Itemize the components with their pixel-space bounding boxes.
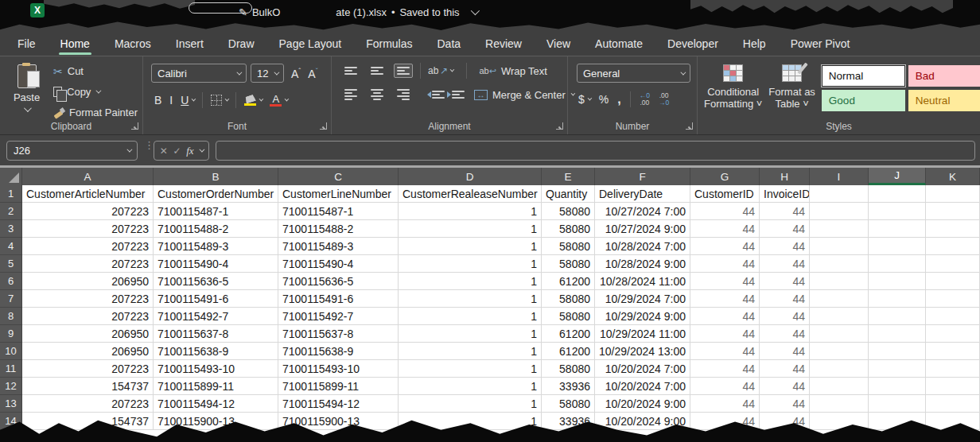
cell-D9[interactable]: 1	[399, 325, 542, 343]
wrap-text-button[interactable]: ab↩ Wrap Text	[479, 65, 547, 77]
cell-F3[interactable]: 10/27/2024 9:00	[595, 220, 690, 238]
cell-J10[interactable]	[869, 343, 926, 360]
cell-C4[interactable]: 7100115489-3	[278, 238, 399, 255]
column-header-G[interactable]: G	[690, 168, 760, 185]
tab-draw[interactable]: Draw	[227, 34, 256, 55]
number-format-select[interactable]: General	[577, 64, 690, 83]
cell-I10[interactable]	[810, 343, 869, 360]
increase-indent-button[interactable]	[447, 91, 460, 99]
cell-K8[interactable]	[926, 308, 980, 325]
cell-F4[interactable]: 10/28/2024 7:00	[595, 238, 690, 255]
tab-power-pivot[interactable]: Power Pivot	[789, 34, 852, 55]
cell-A9[interactable]: 206950	[22, 325, 154, 343]
font-dialog-launcher[interactable]	[320, 122, 327, 130]
number-dialog-launcher[interactable]	[686, 122, 693, 130]
cell-D6[interactable]: 1	[399, 273, 542, 290]
cell-style-bad[interactable]: Bad	[908, 65, 980, 87]
cell-H10[interactable]: 44	[760, 343, 810, 360]
cell-E12[interactable]: 33936	[542, 378, 595, 395]
cell-A1[interactable]: CustomerArticleNumber	[22, 185, 154, 203]
column-header-D[interactable]: D	[399, 168, 542, 185]
cell-J4[interactable]	[869, 238, 926, 255]
column-header-J[interactable]: J	[869, 168, 926, 185]
cell-D12[interactable]: 1	[399, 378, 542, 395]
cell-G2[interactable]: 44	[690, 203, 760, 220]
cell-K13[interactable]	[926, 395, 980, 413]
cell-K4[interactable]	[926, 238, 980, 255]
decrease-font-size-button[interactable]: Aˇ	[308, 67, 317, 80]
cell-C3[interactable]: 7100115488-2	[278, 220, 399, 238]
formula-input[interactable]	[216, 141, 975, 161]
cell-C10[interactable]: 7100115638-9	[278, 343, 399, 360]
cell-A3[interactable]: 207223	[22, 220, 154, 238]
font-color-button[interactable]: A	[270, 95, 287, 107]
cell-H11[interactable]: 44	[760, 360, 810, 378]
cell-D13[interactable]: 1	[399, 395, 542, 413]
cell-G10[interactable]: 44	[690, 343, 760, 360]
merge-center-button[interactable]: ↔ Merge & Center	[474, 89, 574, 101]
cell-I4[interactable]	[810, 238, 869, 255]
cell-I7[interactable]	[810, 290, 869, 308]
cell-G13[interactable]: 44	[690, 395, 760, 413]
cell-B6[interactable]: 7100115636-5	[154, 273, 278, 290]
insert-function-icon[interactable]: fx	[186, 145, 193, 157]
cell-B12[interactable]: 7100115899-11	[154, 378, 278, 395]
cell-B3[interactable]: 7100115488-2	[154, 220, 278, 238]
cell-D10[interactable]: 1	[399, 343, 542, 360]
cell-J13[interactable]	[869, 395, 926, 413]
cell-J1[interactable]	[869, 185, 926, 203]
tab-data[interactable]: Data	[436, 34, 463, 55]
cell-E10[interactable]: 61200	[542, 343, 595, 360]
tab-page-layout[interactable]: Page Layout	[278, 34, 344, 55]
cell-I5[interactable]	[810, 255, 869, 273]
cell-A7[interactable]: 207223	[22, 290, 154, 308]
cell-J9[interactable]	[869, 325, 926, 343]
cell-D5[interactable]: 1	[399, 255, 542, 273]
document-title[interactable]: ✎ BulkO ate (1).xlsx • Saved to this	[239, 5, 477, 19]
cell-F6[interactable]: 10/28/2024 11:00	[595, 273, 690, 290]
cell-H8[interactable]: 44	[760, 308, 810, 325]
cell-F7[interactable]: 10/29/2024 7:00	[595, 290, 690, 308]
formula-bar-grip[interactable]: ⋮	[144, 142, 147, 148]
cell-J3[interactable]	[869, 220, 926, 238]
cell-A2[interactable]: 207223	[22, 203, 154, 220]
italic-button[interactable]: I	[169, 94, 173, 107]
cell-E4[interactable]: 58080	[542, 238, 595, 255]
enter-icon[interactable]: ✓	[173, 145, 181, 157]
column-header-K[interactable]: K	[926, 168, 980, 185]
column-header-C[interactable]: C	[278, 168, 399, 185]
cell-C13[interactable]: 7100115494-12	[278, 395, 399, 413]
cell-J11[interactable]	[869, 360, 926, 378]
format-painter-button[interactable]: Format Painter	[53, 104, 138, 121]
cell-H13[interactable]: 44	[760, 395, 810, 413]
cell-F8[interactable]: 10/29/2024 9:00	[595, 308, 690, 325]
cell-I6[interactable]	[810, 273, 869, 290]
cell-F5[interactable]: 10/28/2024 9:00	[595, 255, 690, 273]
row-header-8[interactable]: 8	[0, 308, 22, 325]
tab-home[interactable]: Home	[59, 34, 91, 55]
fill-color-button[interactable]	[244, 95, 262, 106]
cell-D4[interactable]: 1	[399, 238, 542, 255]
font-name-select[interactable]: Calibri	[151, 64, 247, 83]
cell-F1[interactable]: DeliveryDate	[595, 185, 690, 203]
underline-button[interactable]: U	[181, 94, 194, 107]
tab-macros[interactable]: Macros	[113, 34, 153, 55]
excel-app-icon[interactable]: X	[30, 3, 45, 17]
cell-I12[interactable]	[810, 378, 869, 395]
cell-H3[interactable]: 44	[760, 220, 810, 238]
cell-A13[interactable]: 207223	[22, 395, 154, 413]
cell-J12[interactable]	[869, 378, 926, 395]
comma-style-button[interactable]: ,	[617, 92, 620, 107]
cell-style-good[interactable]: Good	[822, 90, 905, 111]
cell-A5[interactable]: 207223	[22, 255, 154, 273]
cell-A12[interactable]: 154737	[22, 378, 154, 395]
cell-G9[interactable]: 44	[690, 325, 760, 343]
cell-A4[interactable]: 207223	[22, 238, 154, 255]
row-header-3[interactable]: 3	[0, 220, 22, 238]
cell-G6[interactable]: 44	[690, 273, 760, 290]
cell-C8[interactable]: 7100115492-7	[278, 308, 399, 325]
cell-J7[interactable]	[869, 290, 926, 308]
cell-K9[interactable]	[926, 325, 980, 343]
align-center-button[interactable]	[368, 86, 387, 103]
cell-E8[interactable]: 58080	[542, 308, 595, 325]
